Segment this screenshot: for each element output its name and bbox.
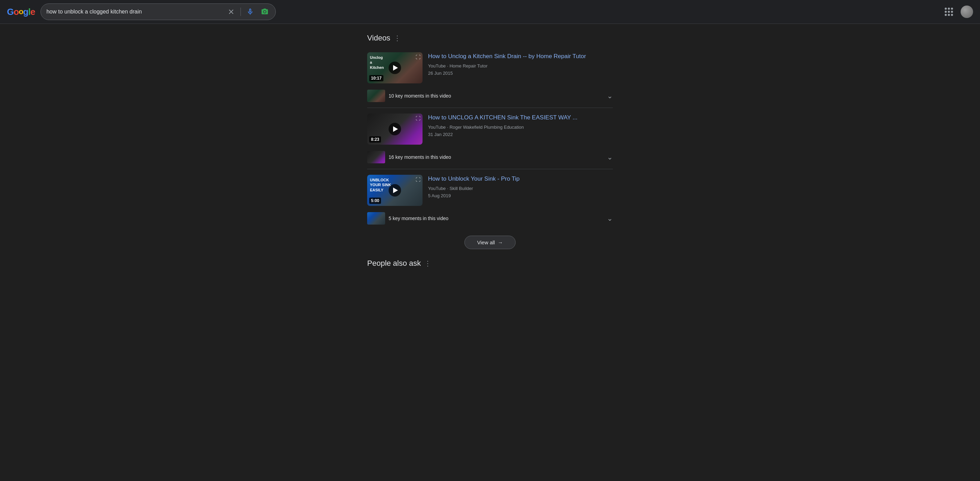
video-source-1: YouTube · Home Repair Tutor — [428, 63, 488, 68]
view-all-label: View all — [477, 239, 495, 245]
key-moments-thumb-3 — [367, 212, 385, 225]
video-source-3: YouTube · Skill Builder — [428, 186, 473, 191]
key-moments-text-1: 10 key moments in this video — [388, 93, 603, 99]
video-date-3: 5 Aug 2019 — [428, 193, 451, 198]
key-moments-text-2: 16 key moments in this video — [388, 154, 603, 160]
view-all-button[interactable]: View all → — [465, 236, 515, 249]
close-icon — [228, 8, 235, 16]
video-row-1: UnclogaKitchen 10:17 ⛶ How to Unclog a K… — [367, 49, 613, 86]
video-info-2: How to UNCLOG A KITCHEN Sink The EASIEST… — [428, 113, 613, 138]
videos-section: Videos ⋮ UnclogaKitchen 10:17 ⛶ How to U… — [367, 33, 613, 249]
video-item-1: UnclogaKitchen 10:17 ⛶ How to Unclog a K… — [367, 49, 613, 108]
play-triangle-icon — [393, 65, 398, 71]
view-all-arrow-icon: → — [498, 239, 503, 245]
key-moments-row-2[interactable]: 16 key moments in this video ⌄ — [367, 147, 613, 167]
video-item-3: UNBLOCKYOUR SINKEASILY 5:00 ⛶ How to Unb… — [367, 172, 613, 229]
people-also-ask-title: People also ask — [367, 259, 421, 268]
video-info-1: How to Unclog a Kitchen Sink Drain -- by… — [428, 52, 613, 77]
videos-section-header: Videos ⋮ — [367, 33, 613, 43]
video-title-1[interactable]: How to Unclog a Kitchen Sink Drain -- by… — [428, 52, 613, 61]
play-button-1[interactable] — [388, 62, 401, 74]
video-duration-3: 5:00 — [369, 197, 381, 204]
play-button-3[interactable] — [388, 184, 401, 197]
fullscreen-icon-3: ⛶ — [415, 177, 420, 182]
main-content: Videos ⋮ UnclogaKitchen 10:17 ⛶ How to U… — [360, 24, 620, 277]
key-moments-thumb-1 — [367, 90, 385, 102]
video-date-1: 26 Jun 2015 — [428, 71, 453, 76]
separator-1 — [367, 108, 613, 108]
avatar-image — [961, 6, 973, 18]
google-logo-area[interactable]: Google — [7, 6, 35, 17]
header-right — [943, 6, 973, 18]
expand-arrow-1[interactable]: ⌄ — [607, 92, 613, 100]
search-bar-container — [40, 3, 276, 20]
grid-dots-icon — [945, 8, 953, 16]
video-meta-2: YouTube · Roger Wakefield Plumbing Educa… — [428, 124, 613, 139]
video-title-3[interactable]: How to Unblock Your Sink - Pro Tip — [428, 175, 613, 183]
search-input[interactable] — [46, 9, 222, 15]
voice-search-button[interactable] — [245, 6, 255, 17]
people-also-ask-section: People also ask ⋮ — [367, 259, 613, 268]
thumbnail-text-3: UNBLOCKYOUR SINKEASILY — [370, 177, 391, 193]
camera-icon — [261, 8, 269, 16]
key-moments-text-3: 5 key moments in this video — [388, 216, 603, 221]
clear-search-button[interactable] — [226, 6, 236, 17]
google-logo: Google — [7, 6, 35, 17]
video-row-2: 8:23 ⛶ How to UNCLOG A KITCHEN Sink The … — [367, 111, 613, 147]
thumbnail-text-1: UnclogaKitchen — [370, 55, 384, 70]
videos-more-options[interactable]: ⋮ — [394, 35, 401, 41]
video-thumbnail-1[interactable]: UnclogaKitchen 10:17 ⛶ — [367, 52, 423, 83]
search-bar — [40, 3, 276, 20]
video-duration-1: 10:17 — [369, 75, 383, 81]
key-moments-thumb-2 — [367, 151, 385, 163]
video-thumbnail-2[interactable]: 8:23 ⛶ — [367, 113, 423, 145]
key-moments-row-1[interactable]: 10 key moments in this video ⌄ — [367, 86, 613, 106]
fullscreen-icon-1: ⛶ — [415, 54, 420, 60]
paa-header: People also ask ⋮ — [367, 259, 613, 268]
key-moments-row-3[interactable]: 5 key moments in this video ⌄ — [367, 209, 613, 229]
video-row-3: UNBLOCKYOUR SINKEASILY 5:00 ⛶ How to Unb… — [367, 172, 613, 209]
search-icons — [226, 6, 270, 17]
video-thumbnail-3[interactable]: UNBLOCKYOUR SINKEASILY 5:00 ⛶ — [367, 175, 423, 206]
video-date-2: 31 Jan 2022 — [428, 132, 453, 137]
fullscreen-icon-2: ⛶ — [415, 116, 420, 121]
paa-more-options[interactable]: ⋮ — [424, 260, 432, 267]
play-triangle-icon-3 — [393, 188, 398, 193]
video-duration-2: 8:23 — [369, 136, 381, 143]
video-meta-1: YouTube · Home Repair Tutor 26 Jun 2015 — [428, 63, 613, 77]
image-search-button[interactable] — [259, 6, 270, 17]
videos-section-title: Videos — [367, 33, 390, 43]
header: Google — [0, 0, 980, 24]
apps-button[interactable] — [943, 6, 955, 18]
video-title-2[interactable]: How to UNCLOG A KITCHEN Sink The EASIEST… — [428, 113, 613, 122]
microphone-icon — [247, 8, 254, 16]
play-triangle-icon-2 — [393, 126, 398, 132]
avatar[interactable] — [961, 6, 973, 18]
video-source-2: YouTube · Roger Wakefield Plumbing Educa… — [428, 124, 524, 130]
video-meta-3: YouTube · Skill Builder 5 Aug 2019 — [428, 185, 613, 200]
play-button-2[interactable] — [388, 123, 401, 135]
separator-2 — [367, 169, 613, 169]
expand-arrow-3[interactable]: ⌄ — [607, 214, 613, 223]
video-item-2: 8:23 ⛶ How to UNCLOG A KITCHEN Sink The … — [367, 111, 613, 169]
search-divider — [240, 8, 241, 16]
video-info-3: How to Unblock Your Sink - Pro Tip YouTu… — [428, 175, 613, 199]
expand-arrow-2[interactable]: ⌄ — [607, 153, 613, 161]
view-all-container: View all → — [367, 236, 613, 249]
